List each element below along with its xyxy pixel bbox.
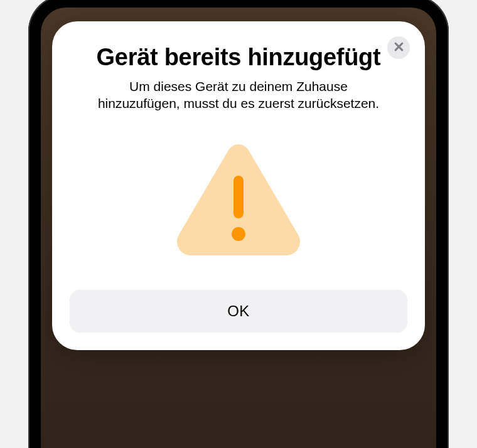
warning-triangle-icon <box>173 139 304 259</box>
svg-rect-0 <box>233 176 244 218</box>
warning-icon-container <box>70 139 407 259</box>
alert-modal: Gerät bereits hinzugefügt Um dieses Gerä… <box>52 21 425 350</box>
phone-screen: Gerät bereits hinzugefügt Um dieses Gerä… <box>41 8 436 448</box>
alert-title: Gerät bereits hinzugefügt <box>70 44 407 72</box>
alert-subtitle: Um dieses Gerät zu deinem Zuhause hinzuz… <box>70 78 407 112</box>
svg-point-1 <box>232 227 245 241</box>
phone-bezel: Gerät bereits hinzugefügt Um dieses Gerä… <box>37 4 440 448</box>
ok-button[interactable]: OK <box>70 290 407 333</box>
phone-frame: Gerät bereits hinzugefügt Um dieses Gerä… <box>28 0 449 448</box>
close-button[interactable] <box>387 36 410 59</box>
close-icon <box>394 42 404 54</box>
